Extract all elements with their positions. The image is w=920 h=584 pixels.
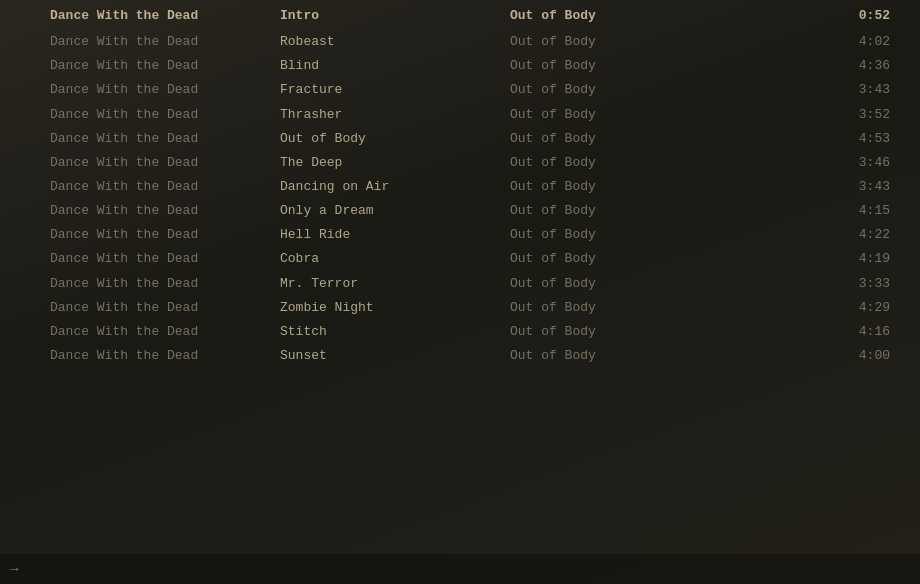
track-list-header: Dance With the Dead Intro Out of Body 0:…	[0, 4, 920, 28]
track-duration: 3:43	[710, 177, 900, 197]
track-album: Out of Body	[510, 129, 710, 149]
track-artist: Dance With the Dead	[50, 32, 280, 52]
track-duration: 3:43	[710, 80, 900, 100]
track-duration: 4:53	[710, 129, 900, 149]
track-artist: Dance With the Dead	[50, 346, 280, 366]
track-row[interactable]: Dance With the DeadStitchOut of Body4:16	[0, 320, 920, 344]
track-duration: 4:22	[710, 225, 900, 245]
track-artist: Dance With the Dead	[50, 249, 280, 269]
track-duration: 4:29	[710, 298, 900, 318]
track-row[interactable]: Dance With the DeadHell RideOut of Body4…	[0, 223, 920, 247]
track-row[interactable]: Dance With the DeadFractureOut of Body3:…	[0, 78, 920, 102]
track-title: The Deep	[280, 153, 510, 173]
track-artist: Dance With the Dead	[50, 201, 280, 221]
track-duration: 4:36	[710, 56, 900, 76]
track-row[interactable]: Dance With the DeadBlindOut of Body4:36	[0, 54, 920, 78]
header-artist: Dance With the Dead	[50, 6, 280, 26]
track-artist: Dance With the Dead	[50, 56, 280, 76]
header-duration: 0:52	[710, 6, 900, 26]
track-duration: 4:02	[710, 32, 900, 52]
track-title: Stitch	[280, 322, 510, 342]
track-title: Robeast	[280, 32, 510, 52]
track-album: Out of Body	[510, 274, 710, 294]
track-row[interactable]: Dance With the DeadMr. TerrorOut of Body…	[0, 272, 920, 296]
track-duration: 4:00	[710, 346, 900, 366]
track-album: Out of Body	[510, 225, 710, 245]
track-album: Out of Body	[510, 177, 710, 197]
track-artist: Dance With the Dead	[50, 274, 280, 294]
track-row[interactable]: Dance With the DeadThrasherOut of Body3:…	[0, 103, 920, 127]
track-artist: Dance With the Dead	[50, 80, 280, 100]
track-title: Mr. Terror	[280, 274, 510, 294]
track-title: Blind	[280, 56, 510, 76]
arrow-icon: →	[10, 561, 18, 577]
track-duration: 3:46	[710, 153, 900, 173]
track-row[interactable]: Dance With the DeadOut of BodyOut of Bod…	[0, 127, 920, 151]
header-title: Intro	[280, 6, 510, 26]
track-artist: Dance With the Dead	[50, 177, 280, 197]
track-album: Out of Body	[510, 322, 710, 342]
track-duration: 4:15	[710, 201, 900, 221]
track-album: Out of Body	[510, 105, 710, 125]
track-album: Out of Body	[510, 32, 710, 52]
track-row[interactable]: Dance With the DeadRobeastOut of Body4:0…	[0, 30, 920, 54]
track-duration: 3:33	[710, 274, 900, 294]
track-title: Only a Dream	[280, 201, 510, 221]
track-row[interactable]: Dance With the DeadDancing on AirOut of …	[0, 175, 920, 199]
track-album: Out of Body	[510, 346, 710, 366]
track-title: Zombie Night	[280, 298, 510, 318]
track-artist: Dance With the Dead	[50, 298, 280, 318]
track-album: Out of Body	[510, 80, 710, 100]
track-title: Sunset	[280, 346, 510, 366]
track-title: Hell Ride	[280, 225, 510, 245]
bottom-bar: →	[0, 554, 920, 584]
track-row[interactable]: Dance With the DeadThe DeepOut of Body3:…	[0, 151, 920, 175]
track-title: Cobra	[280, 249, 510, 269]
track-row[interactable]: Dance With the DeadSunsetOut of Body4:00	[0, 344, 920, 368]
track-row[interactable]: Dance With the DeadCobraOut of Body4:19	[0, 247, 920, 271]
track-album: Out of Body	[510, 153, 710, 173]
track-album: Out of Body	[510, 201, 710, 221]
track-duration: 3:52	[710, 105, 900, 125]
track-duration: 4:19	[710, 249, 900, 269]
track-title: Out of Body	[280, 129, 510, 149]
track-artist: Dance With the Dead	[50, 153, 280, 173]
track-artist: Dance With the Dead	[50, 322, 280, 342]
track-artist: Dance With the Dead	[50, 105, 280, 125]
track-list: Dance With the Dead Intro Out of Body 0:…	[0, 0, 920, 372]
track-title: Thrasher	[280, 105, 510, 125]
track-row[interactable]: Dance With the DeadZombie NightOut of Bo…	[0, 296, 920, 320]
track-artist: Dance With the Dead	[50, 225, 280, 245]
header-album: Out of Body	[510, 6, 710, 26]
track-row[interactable]: Dance With the DeadOnly a DreamOut of Bo…	[0, 199, 920, 223]
track-artist: Dance With the Dead	[50, 129, 280, 149]
track-album: Out of Body	[510, 56, 710, 76]
track-album: Out of Body	[510, 249, 710, 269]
track-duration: 4:16	[710, 322, 900, 342]
track-title: Dancing on Air	[280, 177, 510, 197]
track-album: Out of Body	[510, 298, 710, 318]
track-title: Fracture	[280, 80, 510, 100]
